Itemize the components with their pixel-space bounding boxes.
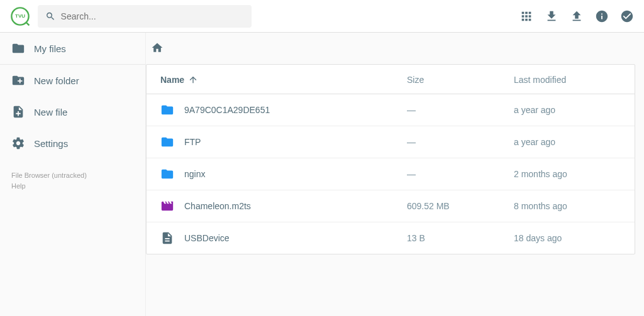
- file-rows: 9A79C0C1A29DE651—a year agoFTP—a year ag…: [147, 94, 635, 254]
- sidebar-footer: File Browser (untracked) Help: [0, 159, 145, 202]
- file-row[interactable]: FTP—a year ago: [147, 126, 635, 158]
- file-row[interactable]: 9A79C0C1A29DE651—a year ago: [147, 94, 635, 126]
- footer-help[interactable]: Help: [11, 181, 134, 192]
- header-actions: [519, 9, 634, 23]
- upload-icon[interactable]: [570, 9, 584, 23]
- column-header-name[interactable]: Name: [160, 75, 407, 85]
- file-name: 9A79C0C1A29DE651: [184, 105, 407, 115]
- sidebar-item-my-files[interactable]: My files: [0, 33, 145, 65]
- settings-icon: [11, 136, 25, 150]
- layout: My files New folder New file Settings Fi…: [0, 33, 644, 316]
- file-name: Chameleon.m2ts: [184, 201, 407, 211]
- info-icon[interactable]: [595, 9, 609, 23]
- file-panel: Name Size Last modified 9A79C0C1A29DE651…: [146, 64, 635, 254]
- sidebar-item-label: New file: [34, 107, 67, 117]
- grid-view-icon[interactable]: [519, 9, 533, 23]
- file-modified: 8 months ago: [514, 201, 621, 211]
- sidebar: My files New folder New file Settings Fi…: [0, 33, 146, 316]
- folder-icon: [160, 135, 174, 149]
- svg-text:TVU: TVU: [15, 13, 25, 18]
- movie-icon: [160, 199, 174, 213]
- sidebar-item-label: Settings: [34, 138, 68, 149]
- search-icon: [45, 11, 56, 22]
- file-name: USBDevice: [184, 233, 407, 243]
- search-input[interactable]: [61, 11, 244, 21]
- download-icon[interactable]: [545, 9, 558, 23]
- breadcrumb: [146, 41, 635, 62]
- folder-icon: [160, 167, 174, 181]
- footer-version: File Browser (untracked): [11, 170, 134, 181]
- search-box[interactable]: [38, 5, 252, 28]
- file-size: 609.52 MB: [407, 201, 514, 211]
- folder-icon: [11, 41, 25, 55]
- file-modified: a year ago: [514, 137, 621, 147]
- sidebar-item-label: New folder: [34, 75, 79, 86]
- file-list-header: Name Size Last modified: [147, 65, 635, 94]
- document-icon: [160, 231, 174, 245]
- sidebar-item-label: My files: [34, 43, 66, 54]
- logo: TVU: [10, 6, 30, 26]
- file-size: 13 B: [407, 233, 514, 243]
- home-icon[interactable]: [151, 41, 164, 54]
- sidebar-item-new-folder[interactable]: New folder: [0, 65, 145, 96]
- sidebar-item-new-file[interactable]: New file: [0, 96, 145, 128]
- create-folder-icon: [11, 74, 25, 87]
- file-name: FTP: [184, 137, 407, 147]
- file-modified: a year ago: [514, 105, 621, 115]
- column-header-size[interactable]: Size: [407, 75, 514, 85]
- check-circle-icon[interactable]: [620, 9, 634, 23]
- file-size: —: [407, 105, 514, 115]
- sort-asc-icon: [188, 75, 198, 85]
- file-modified: 2 months ago: [514, 169, 621, 179]
- sidebar-item-settings[interactable]: Settings: [0, 128, 145, 159]
- main: Name Size Last modified 9A79C0C1A29DE651…: [146, 33, 644, 316]
- header: TVU: [0, 0, 644, 33]
- note-add-icon: [11, 105, 25, 119]
- file-size: —: [407, 169, 514, 179]
- folder-icon: [160, 103, 174, 117]
- column-header-modified[interactable]: Last modified: [514, 75, 621, 85]
- file-name: nginx: [184, 169, 407, 179]
- file-row[interactable]: nginx—2 months ago: [147, 158, 635, 190]
- file-modified: 18 days ago: [514, 233, 621, 243]
- file-size: —: [407, 137, 514, 147]
- file-row[interactable]: USBDevice13 B18 days ago: [147, 222, 635, 254]
- file-row[interactable]: Chameleon.m2ts609.52 MB8 months ago: [147, 190, 635, 222]
